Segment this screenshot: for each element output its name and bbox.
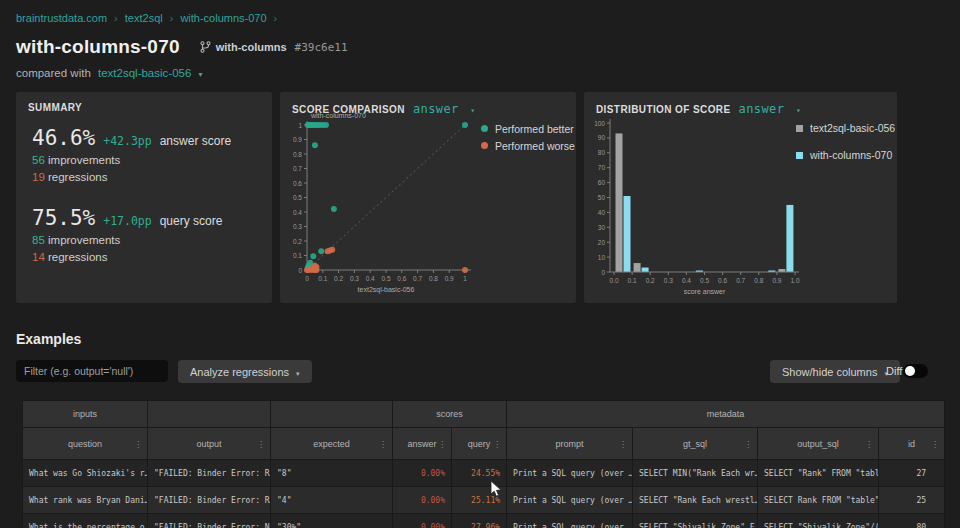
score-comparison-title: SCORE COMPARISONanswer ▾ — [292, 102, 475, 116]
column-menu-icon[interactable]: ⋮ — [134, 439, 142, 448]
svg-text:0.3: 0.3 — [293, 223, 302, 230]
cell-output[interactable]: "FAILED: Binder Error: N… — [148, 514, 271, 528]
group-header-empty — [148, 401, 271, 428]
svg-text:0.7: 0.7 — [413, 275, 422, 282]
answer-improvements-label: improvements — [48, 154, 120, 166]
svg-text:0.4: 0.4 — [293, 209, 302, 216]
cell-query-score[interactable]: 24.55% — [452, 460, 507, 487]
column-header-gt-sql[interactable]: gt_sql⋮ — [633, 428, 758, 460]
cell-prompt[interactable]: Print a SQL query (over … — [507, 460, 633, 487]
svg-text:0.9: 0.9 — [293, 136, 302, 143]
score-comparison-metric-dropdown[interactable]: answer ▾ — [413, 102, 476, 116]
analyze-regressions-button[interactable]: Analyze regressions▾ — [178, 360, 312, 383]
cell-expected[interactable]: "4" — [271, 487, 393, 514]
cell-prompt[interactable]: Print a SQL query (over … — [507, 514, 633, 528]
group-header-empty — [271, 401, 393, 428]
chevron-down-icon[interactable]: ▾ — [199, 70, 203, 79]
column-header-id[interactable]: id⋮ — [879, 428, 945, 460]
svg-text:0.1: 0.1 — [318, 275, 327, 282]
breadcrumb-org[interactable]: braintrustdata.com — [16, 12, 107, 24]
query-regressions-label: regressions — [48, 251, 107, 263]
query-improvements-label: improvements — [48, 234, 120, 246]
column-header-prompt[interactable]: prompt⋮ — [507, 428, 633, 460]
group-header-metadata: metadata — [507, 401, 945, 428]
cell-output[interactable]: "FAILED: Binder Error: R… — [148, 460, 271, 487]
filter-input[interactable] — [16, 360, 168, 382]
cell-gt-sql[interactable]: SELECT "Rank Each wrestl… — [633, 487, 758, 514]
score-comparison-title-text: SCORE COMPARISON — [292, 104, 405, 115]
answer-score-label: answer score — [160, 134, 231, 148]
column-menu-icon[interactable]: ⋮ — [257, 439, 265, 448]
basic-056-square-icon — [796, 125, 803, 132]
show-hide-columns-button[interactable]: Show/hide columns▾ — [770, 360, 900, 383]
cell-query-score[interactable]: 25.11% — [452, 487, 507, 514]
distribution-metric-dropdown[interactable]: answer ▾ — [739, 102, 802, 116]
svg-text:0.8: 0.8 — [754, 277, 763, 284]
cell-question[interactable]: What rank was Bryan Dani… — [23, 487, 148, 514]
cell-gt-sql[interactable]: SELECT "Shivalik Zone" F… — [633, 514, 758, 528]
examples-table: inputs scores metadata question⋮ output⋮… — [22, 400, 945, 528]
svg-text:50: 50 — [598, 194, 606, 201]
cell-answer-score[interactable]: 0.00% — [393, 514, 452, 528]
column-menu-icon[interactable]: ⋮ — [865, 439, 873, 448]
svg-text:0: 0 — [601, 269, 605, 276]
svg-text:0.0: 0.0 — [609, 277, 618, 284]
svg-text:0.9: 0.9 — [772, 277, 781, 284]
compared-experiment-link[interactable]: text2sql-basic-056 — [98, 67, 191, 79]
table-row[interactable]: What is the percentage o… "FAILED: Binde… — [23, 514, 945, 528]
diff-toggle[interactable] — [903, 364, 928, 378]
cell-output-sql[interactable]: SELECT "Rank" FROM "tabl… — [758, 460, 879, 487]
cell-answer-score[interactable]: 0.00% — [393, 487, 452, 514]
cell-output-sql[interactable]: SELECT "Shivalik Zone"/(… — [758, 514, 879, 528]
column-header-output-sql[interactable]: output_sql⋮ — [758, 428, 879, 460]
column-header-output[interactable]: output⋮ — [148, 428, 271, 460]
cell-expected[interactable]: "8" — [271, 460, 393, 487]
column-header-question[interactable]: question⋮ — [23, 428, 148, 460]
svg-text:0.2: 0.2 — [334, 275, 343, 282]
column-header-query[interactable]: query⋮ — [452, 428, 507, 460]
table-column-header-row: question⋮ output⋮ expected⋮ answer⋮ quer… — [23, 428, 945, 460]
svg-text:0: 0 — [305, 275, 309, 282]
with-columns-070-label: with-columns-070 — [810, 149, 892, 161]
column-menu-icon[interactable]: ⋮ — [744, 439, 752, 448]
column-menu-icon[interactable]: ⋮ — [493, 439, 501, 448]
column-menu-icon[interactable]: ⋮ — [438, 439, 446, 448]
column-menu-icon[interactable]: ⋮ — [931, 439, 939, 448]
page-title: with-columns-070 — [16, 36, 180, 58]
table-row[interactable]: What rank was Bryan Dani… "FAILED: Binde… — [23, 487, 945, 514]
cell-id[interactable]: 80 — [879, 514, 945, 528]
cell-output[interactable]: "FAILED: Binder Error: R… — [148, 487, 271, 514]
diff-toggle-label: Diff — [886, 365, 902, 377]
cell-output-sql[interactable]: SELECT Rank FROM "table"… — [758, 487, 879, 514]
breadcrumb-project[interactable]: text2sql — [125, 12, 163, 24]
distribution-title-text: DISTRIBUTION OF SCORE — [596, 104, 731, 115]
svg-text:0.9: 0.9 — [445, 275, 454, 282]
cell-prompt[interactable]: Print a SQL query (over … — [507, 487, 633, 514]
table-row[interactable]: What was Go Shiozaki's r… "FAILED: Binde… — [23, 460, 945, 487]
column-menu-icon[interactable]: ⋮ — [619, 439, 627, 448]
column-header-answer[interactable]: answer⋮ — [393, 428, 452, 460]
column-header-expected[interactable]: expected⋮ — [271, 428, 393, 460]
cell-gt-sql[interactable]: SELECT MIN("Rank Each wr… — [633, 460, 758, 487]
cell-answer-score[interactable]: 0.00% — [393, 460, 452, 487]
svg-text:0.2: 0.2 — [293, 238, 302, 245]
column-menu-icon[interactable]: ⋮ — [379, 439, 387, 448]
answer-improvements-count: 56 — [32, 154, 45, 166]
breadcrumb-experiment[interactable]: with-columns-070 — [180, 12, 266, 24]
cell-expected[interactable]: "30%" — [271, 514, 393, 528]
svg-text:40: 40 — [598, 209, 606, 216]
answer-score-value: 46.6% — [32, 126, 95, 150]
cell-query-score[interactable]: 27.96% — [452, 514, 507, 528]
svg-text:70: 70 — [598, 164, 606, 171]
with-columns-070-square-icon — [796, 152, 803, 159]
svg-text:0.4: 0.4 — [682, 277, 691, 284]
svg-text:0.7: 0.7 — [293, 165, 302, 172]
cell-id[interactable]: 27 — [879, 460, 945, 487]
svg-text:0.5: 0.5 — [381, 275, 390, 282]
cell-id[interactable]: 25 — [879, 487, 945, 514]
legend-performed-better: Performed better — [481, 120, 575, 137]
svg-text:0.3: 0.3 — [350, 275, 359, 282]
cell-question[interactable]: What is the percentage o… — [23, 514, 148, 528]
cell-question[interactable]: What was Go Shiozaki's r… — [23, 460, 148, 487]
chevron-down-icon: ▾ — [296, 370, 300, 377]
